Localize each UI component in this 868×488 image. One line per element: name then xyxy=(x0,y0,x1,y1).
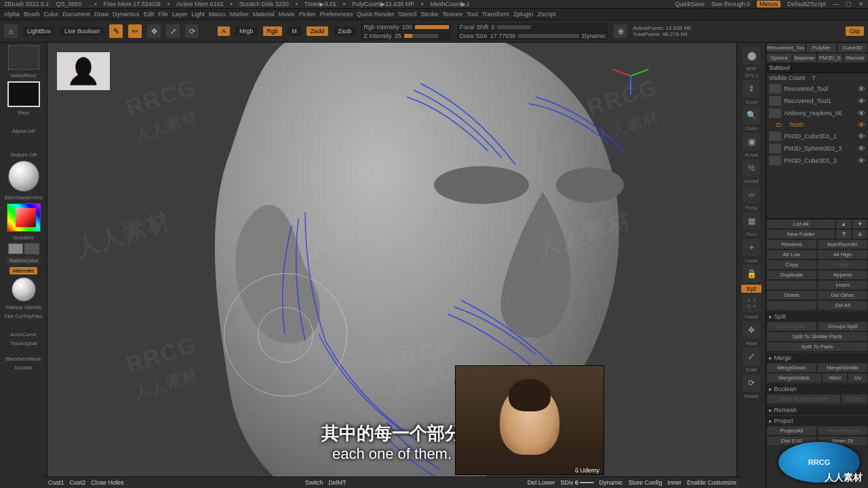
paste-button[interactable]: Paste xyxy=(817,260,868,270)
menu-transform[interactable]: Transform xyxy=(481,11,509,18)
subtool-header[interactable]: Subtool xyxy=(766,63,868,73)
copy-button[interactable]: Copy xyxy=(766,260,817,270)
rect-brush[interactable] xyxy=(7,81,40,107)
rot3d-icon[interactable]: ⟳ xyxy=(743,374,760,392)
menu-zscript[interactable]: Zscript xyxy=(538,11,556,18)
scale3d-icon[interactable]: ⤢ xyxy=(743,348,760,365)
rgb-intensity-slider[interactable]: Rgb Intensity 100 xyxy=(361,23,452,31)
menu-preferences[interactable]: Preferences xyxy=(320,11,353,18)
switch-button[interactable]: Switch xyxy=(305,479,323,486)
default-zscript[interactable]: DefaultZScript xyxy=(787,1,826,7)
quicksave[interactable]: QuickSave xyxy=(675,1,705,7)
z-intensity-slider[interactable]: Z Intensity 25 xyxy=(361,32,452,40)
delmt-button[interactable]: DelMT xyxy=(328,479,347,486)
new-folder-button[interactable]: New Folder xyxy=(766,229,835,239)
mrgb-button[interactable]: Mrgb xyxy=(235,26,258,36)
menu-dynamics[interactable]: Dynamics xyxy=(113,11,140,18)
dynamic-toggle[interactable]: Dynamic xyxy=(599,479,623,486)
texture-off[interactable]: Texture Off xyxy=(10,152,37,158)
color-picker[interactable] xyxy=(7,203,41,232)
inner-button[interactable]: Inner xyxy=(667,479,682,486)
persp-icon[interactable]: ▱ xyxy=(743,186,760,203)
bpr-button[interactable]: ⬤ xyxy=(743,47,760,64)
local-icon[interactable]: ⌖ xyxy=(743,239,760,256)
menus-button[interactable]: Menus xyxy=(757,1,781,7)
axis-gizmo[interactable] xyxy=(608,52,655,100)
rotate-tool[interactable]: ⟳ xyxy=(185,24,199,38)
home-icon[interactable]: ⌂ xyxy=(4,24,18,38)
zadd-button[interactable]: Zadd xyxy=(307,26,329,36)
enablecust-button[interactable]: Enable Customize xyxy=(687,479,736,486)
draw-button[interactable]: ✏ xyxy=(128,24,142,38)
alpha-off[interactable]: Alpha Off xyxy=(12,128,35,134)
menu-draw[interactable]: Draw xyxy=(94,11,108,18)
cust2-button[interactable]: Cust2 xyxy=(70,479,86,486)
accucurve[interactable]: AccuCurve xyxy=(10,331,37,338)
menu-texture[interactable]: Texture xyxy=(442,11,462,18)
storecfg-button[interactable]: Store Config xyxy=(628,479,662,486)
gizmo-icon[interactable]: ⊕ xyxy=(614,24,627,38)
move3d-icon[interactable]: ✥ xyxy=(743,321,760,339)
alternate[interactable]: Alternate xyxy=(9,267,37,274)
reference-thumb[interactable] xyxy=(57,52,110,90)
autoreorder-button[interactable]: AutoReorder xyxy=(817,239,868,249)
topological[interactable]: Topological xyxy=(9,340,37,346)
append-button[interactable]: Append xyxy=(817,270,868,280)
switch-color[interactable]: SwitchColor xyxy=(6,257,41,264)
duplicate-button[interactable]: Duplicate xyxy=(766,270,817,280)
cust1-button[interactable]: Cust1 xyxy=(48,479,64,486)
menu-light[interactable]: Light xyxy=(191,11,205,18)
dellower-button[interactable]: Del Lower xyxy=(528,479,555,486)
m-button[interactable]: M xyxy=(288,26,301,36)
menu-edit[interactable]: Edit xyxy=(144,11,155,18)
edit-button[interactable]: ✎ xyxy=(109,24,123,38)
see-through[interactable]: See-through 0 xyxy=(711,1,750,7)
sdiv-slider[interactable]: SDiv 6 ━━━━ xyxy=(560,479,593,486)
insert-button[interactable]: Insert xyxy=(817,280,868,290)
max-icon[interactable]: ▢ xyxy=(846,1,852,7)
menu-quickrender[interactable]: Quick Render xyxy=(357,11,394,18)
frame-icon[interactable]: ⛶ xyxy=(743,295,760,312)
menu-color[interactable]: Color xyxy=(44,11,59,18)
lightbox-button[interactable]: LightBox xyxy=(23,26,55,36)
menu-zplugin[interactable]: Zplugin xyxy=(513,11,534,18)
floor-icon[interactable]: ▦ xyxy=(743,212,760,230)
main-color[interactable] xyxy=(8,243,23,254)
menu-movie[interactable]: Movie xyxy=(279,11,295,18)
min-icon[interactable]: — xyxy=(833,1,839,7)
a-button[interactable]: A xyxy=(218,26,230,36)
menu-tool[interactable]: Tool xyxy=(467,11,478,18)
close-icon[interactable]: ✕ xyxy=(859,1,864,7)
menu-material[interactable]: Material xyxy=(253,11,275,18)
move-tool[interactable]: ✥ xyxy=(147,24,161,38)
menu-marker[interactable]: Marker xyxy=(230,11,249,18)
rgb-button[interactable]: Rgb xyxy=(263,26,283,36)
backface-mask[interactable]: BackfaceMask xyxy=(5,356,41,362)
del-other-button[interactable]: Del Other xyxy=(817,290,868,300)
menu-stencil[interactable]: Stencil xyxy=(398,11,416,18)
menu-file[interactable]: File xyxy=(158,11,168,18)
menu-macro[interactable]: Macro xyxy=(209,11,226,18)
eye-icon[interactable]: 👁 xyxy=(858,85,865,93)
menu-stroke[interactable]: Stroke xyxy=(420,11,438,18)
scroll-icon[interactable]: ⇕ xyxy=(743,80,760,98)
startup-mat[interactable] xyxy=(12,277,36,302)
zsub-button[interactable]: Zsub xyxy=(334,26,355,36)
tool-thumb-row[interactable]: Recovered_TooPolyMeCube3D xyxy=(766,43,868,53)
list-all-button[interactable]: List All xyxy=(766,219,835,229)
xyz-toggle[interactable]: Xyz xyxy=(741,285,762,293)
secondary-color[interactable] xyxy=(24,243,39,254)
menu-brush[interactable]: Brush xyxy=(24,11,40,18)
all-high-button[interactable]: All High xyxy=(817,249,868,260)
all-low-button[interactable]: All Low xyxy=(766,249,817,260)
viewport[interactable]: RRCG人人素材 RRCG人人素材 RRCG人人素材 人人素材 人人素材 人人素… xyxy=(47,43,736,488)
material-sphere[interactable] xyxy=(8,161,39,192)
lock-icon[interactable]: 🔒 xyxy=(743,265,760,283)
focal-shift-slider[interactable]: Focal Shift 0 xyxy=(457,23,609,31)
actual-icon[interactable]: ▣ xyxy=(743,133,760,150)
grp-button[interactable]: Grp xyxy=(846,26,864,36)
closeholes-button[interactable]: Close Holes xyxy=(91,479,124,486)
menu-alpha[interactable]: Alpha xyxy=(4,11,20,18)
menu-document[interactable]: Document xyxy=(62,11,90,18)
double[interactable]: Double xyxy=(15,365,32,371)
